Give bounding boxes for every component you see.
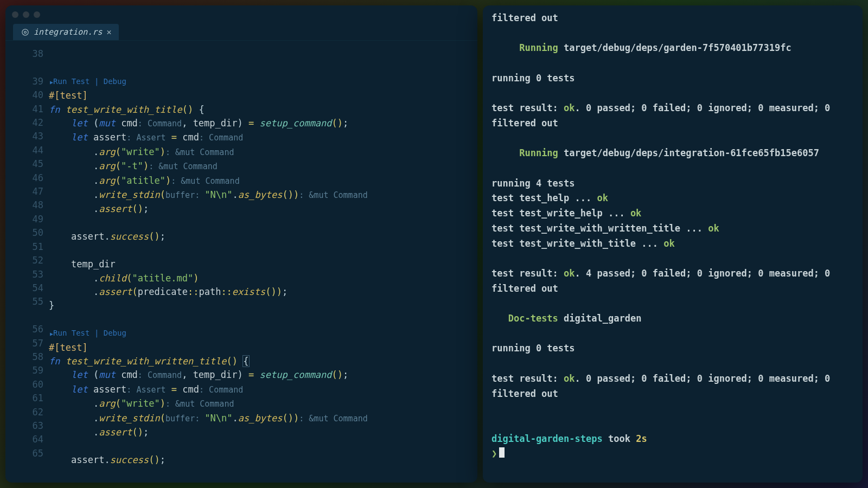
terminal-line: test result: ok. 0 passed; 0 failed; 0 i… [492, 371, 854, 387]
code-area[interactable]: 38 3940414243444546474849505152535455 56… [5, 41, 477, 483]
terminal-line: filtered out [492, 387, 854, 402]
terminal-line: Running target/debug/deps/integration-61… [492, 146, 854, 161]
traffic-light-close[interactable] [12, 11, 18, 18]
terminal-line: test test_write_with_written_title ... o… [492, 221, 854, 236]
svg-point-1 [24, 31, 26, 33]
terminal-line: running 4 tests [492, 176, 854, 191]
terminal-line: running 0 tests [492, 71, 854, 86]
desktop: integration.rs ✕ 38 39404142434445464748… [0, 0, 868, 488]
terminal-line: filtered out [492, 281, 854, 297]
tab-bar: integration.rs ✕ [5, 21, 477, 41]
svg-point-0 [22, 29, 28, 35]
terminal-line: test test_write_with_title ... ok [492, 236, 854, 252]
terminal-line: filtered out [492, 116, 854, 131]
terminal-line [492, 326, 854, 342]
terminal-line [492, 26, 854, 41]
terminal-line: filtered out [492, 11, 854, 26]
terminal-prompt[interactable]: ❯ [492, 446, 854, 461]
cursor-icon [499, 447, 505, 458]
line-number-gutter: 38 3940414243444546474849505152535455 56… [5, 41, 49, 483]
terminal-line: test result: ok. 0 passed; 0 failed; 0 i… [492, 101, 854, 116]
terminal-line: test test_help ... ok [492, 191, 854, 206]
terminal-line: test result: ok. 4 passed; 0 failed; 0 i… [492, 266, 854, 281]
terminal-line [492, 416, 854, 432]
terminal-line: Running target/debug/deps/garden-7f57040… [492, 41, 854, 56]
terminal-line [492, 296, 854, 311]
terminal-line: running 0 tests [492, 341, 854, 356]
terminal-line [492, 56, 854, 71]
terminal-line: Doc-tests digital_garden [492, 311, 854, 326]
close-icon[interactable]: ✕ [106, 27, 111, 37]
traffic-light-min[interactable] [23, 11, 29, 18]
terminal-window[interactable]: filtered out Running target/debug/deps/g… [483, 5, 863, 483]
terminal-prompt-line: digital-garden-steps took 2s [492, 432, 854, 447]
rust-file-icon [21, 28, 29, 36]
terminal-line: test test_write_help ... ok [492, 206, 854, 221]
codelens-run-2[interactable]: ▶Run Test | Debug [49, 326, 477, 341]
code-content[interactable]: ▶Run Test | Debug#[test]fn test_write_wi… [49, 41, 477, 483]
codelens-run-1[interactable]: ▶Run Test | Debug [49, 75, 477, 89]
tab-filename: integration.rs [34, 27, 102, 37]
traffic-light-max[interactable] [34, 11, 40, 18]
editor-window: integration.rs ✕ 38 39404142434445464748… [5, 5, 477, 483]
terminal-line [492, 161, 854, 176]
window-titlebar [5, 5, 477, 21]
terminal-line [492, 401, 854, 416]
terminal-line [492, 86, 854, 101]
tab-integration-rs[interactable]: integration.rs ✕ [13, 24, 119, 40]
terminal-line [492, 131, 854, 146]
terminal-line [492, 251, 854, 266]
terminal-line [492, 356, 854, 371]
